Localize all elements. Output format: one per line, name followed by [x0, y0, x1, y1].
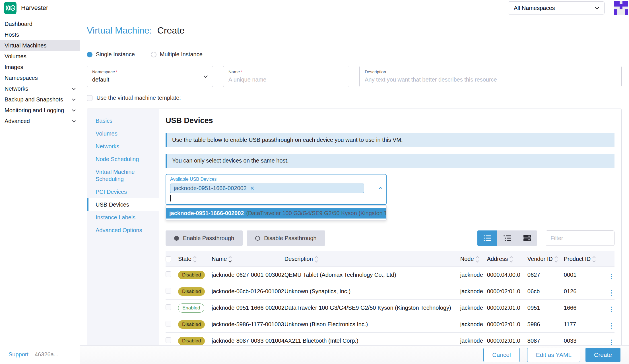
device-description: AX211 Bluetooth (Intel Corp.)	[284, 333, 460, 346]
sort-chevrons-icon	[315, 257, 317, 262]
kebab-menu-icon[interactable]	[609, 338, 614, 346]
row-checkbox[interactable]	[166, 288, 171, 294]
page-title-action: Create	[157, 25, 185, 36]
tab-networks[interactable]: Networks	[87, 140, 159, 153]
namespace-label: Namespace*	[92, 69, 208, 74]
column-header-node[interactable]: Node	[460, 251, 487, 267]
sidebar-item-volumes[interactable]: Volumes	[0, 51, 80, 62]
row-checkbox[interactable]	[166, 271, 171, 277]
sidebar-item-virtual-machines[interactable]: Virtual Machines	[0, 40, 80, 51]
column-header-address[interactable]: Address	[487, 251, 527, 267]
device-description: QEMU Tablet (Adomax Technology Co., Ltd)	[284, 267, 460, 283]
sidebar-item-dashboard[interactable]: Dashboard	[0, 18, 80, 29]
kebab-menu-icon[interactable]	[609, 322, 614, 330]
create-button[interactable]: Create	[585, 348, 620, 362]
sidebar-item-label: Advanced	[5, 118, 30, 124]
version-text[interactable]: 46326a...	[35, 351, 58, 358]
device-vendor-id: 0951	[527, 300, 564, 316]
sidebar-item-advanced[interactable]: Advanced	[0, 116, 80, 126]
description-input[interactable]	[365, 76, 616, 83]
sidebar-item-label: Monitoring and Logging	[5, 107, 64, 114]
form-action-bar: Cancel Edit as YAML Create	[80, 345, 629, 364]
tab-virtual-machine-scheduling[interactable]: Virtual Machine Scheduling	[87, 166, 159, 186]
vm-basic-fields: Namespace* default Name* Description	[87, 66, 622, 87]
chevron-down-icon	[72, 119, 76, 122]
multiple-instance-radio[interactable]: Multiple Instance	[151, 51, 203, 58]
name-field: Name*	[223, 66, 349, 87]
description-label: Description	[365, 69, 616, 74]
page-title-prefix: Virtual Machine:	[87, 25, 152, 36]
namespace-filter-select[interactable]: All Namespaces	[508, 1, 605, 14]
single-instance-radio[interactable]: Single Instance	[87, 51, 135, 58]
row-checkbox[interactable]	[166, 321, 171, 326]
name-input[interactable]	[228, 76, 344, 83]
support-link[interactable]: Support	[9, 351, 28, 358]
select-all-checkbox[interactable]	[166, 256, 171, 262]
sidebar-item-monitoring-and-logging[interactable]: Monitoring and Logging	[0, 105, 80, 116]
kebab-menu-icon[interactable]	[609, 273, 614, 280]
usb-device-option[interactable]: jacknode-0951-1666-002002 (DataTraveler …	[166, 208, 386, 219]
title-divider	[87, 44, 622, 44]
sidebar-item-backup-and-snapshots[interactable]: Backup and Snapshots	[0, 94, 80, 105]
grouped-list-view-button[interactable]	[497, 230, 517, 246]
namespace-filter-value: All Namespaces	[514, 5, 555, 11]
sidebar-item-hosts[interactable]: Hosts	[0, 29, 80, 40]
column-header-name[interactable]: Name	[212, 251, 284, 267]
sort-chevrons-icon	[510, 257, 512, 262]
enable-passthrough-button[interactable]: Enable Passthrough	[166, 230, 243, 246]
description-field: Description	[359, 66, 622, 87]
kebab-menu-icon[interactable]	[609, 305, 614, 313]
close-x-icon[interactable]: ✕	[250, 186, 255, 191]
state-badge: Disabled	[178, 320, 205, 329]
disable-passthrough-button[interactable]: Disable Passthrough	[247, 230, 325, 246]
kebab-menu-icon[interactable]	[609, 289, 614, 297]
sidebar-item-namespaces[interactable]: Namespaces	[0, 72, 80, 83]
cancel-button[interactable]: Cancel	[483, 348, 519, 362]
device-node: jacknode	[460, 283, 487, 300]
device-name: jacknode-0627-0001-003002	[212, 267, 284, 283]
row-checkbox[interactable]	[166, 337, 171, 343]
top-bar: Harvester All Namespaces	[0, 0, 629, 16]
chevron-down-icon	[72, 108, 76, 112]
sidebar-item-label: Networks	[5, 86, 28, 92]
tab-instance-labels[interactable]: Instance Labels	[87, 211, 159, 224]
tab-node-scheduling[interactable]: Node Scheduling	[87, 153, 159, 166]
column-header-vendor-id[interactable]: Vendor ID	[527, 251, 564, 267]
tab-pci-devices[interactable]: PCI Devices	[87, 186, 159, 198]
sidebar-item-networks[interactable]: Networks	[0, 83, 80, 94]
sort-chevrons-icon	[593, 257, 595, 262]
device-name: jacknode-8087-0033-001004	[212, 333, 284, 346]
user-avatar[interactable]	[614, 1, 628, 15]
sort-chevrons-icon	[555, 257, 557, 262]
namespace-select[interactable]: Namespace* default	[87, 66, 213, 87]
main-content: Virtual Machine: Create Single Instance …	[80, 16, 629, 364]
row-checkbox[interactable]	[166, 304, 171, 310]
filter-input[interactable]	[546, 230, 614, 246]
namespace-value: default	[92, 76, 208, 83]
column-header-description[interactable]: Description	[284, 251, 460, 267]
radio-label: Multiple Instance	[160, 51, 203, 58]
table-row: Disabled jacknode-5986-1177-001003 Unkno…	[166, 316, 614, 333]
device-address: 0000:04:00.0	[487, 267, 527, 283]
list-view-button[interactable]	[477, 230, 497, 246]
vm-create-form-card: Basics Volumes Networks Node Scheduling …	[87, 109, 622, 345]
column-header-state[interactable]: State	[178, 251, 212, 267]
state-badge: Disabled	[178, 287, 205, 296]
device-product-id: 0001	[564, 267, 597, 283]
radio-unselected-icon	[151, 52, 156, 57]
device-description: Unknown (Bison Electronics Inc.)	[284, 316, 460, 333]
sidebar: Dashboard Hosts Virtual Machines Volumes…	[0, 16, 80, 364]
sidebar-item-images[interactable]: Images	[0, 62, 80, 72]
column-header-product-id[interactable]: Product ID	[564, 251, 597, 267]
tab-advanced-options[interactable]: Advanced Options	[87, 224, 159, 237]
tab-volumes[interactable]: Volumes	[87, 127, 159, 140]
usb-device-select[interactable]: Available USB Devices jacknode-0951-1666…	[166, 174, 387, 205]
radio-label: Single Instance	[96, 51, 135, 58]
tab-usb-devices[interactable]: USB Devices	[87, 198, 159, 211]
edit-as-yaml-button[interactable]: Edit as YAML	[527, 348, 580, 362]
tab-basics[interactable]: Basics	[87, 115, 159, 127]
use-template-checkbox[interactable]	[87, 95, 92, 101]
card-view-button[interactable]	[517, 230, 537, 246]
chevron-down-icon	[595, 5, 599, 9]
view-mode-toggle	[477, 230, 537, 246]
